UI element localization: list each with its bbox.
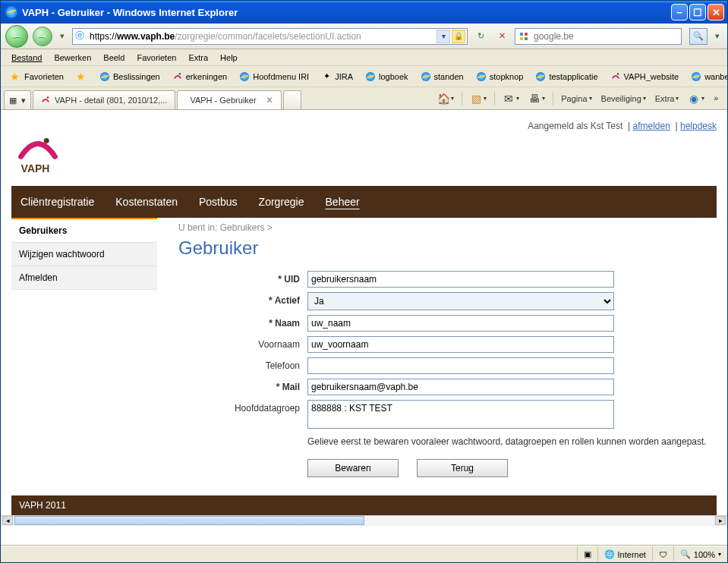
breadcrumb: U bent in: Gebruikers >	[178, 222, 717, 233]
logout-link[interactable]: afmelden	[632, 121, 670, 131]
quick-tabs-button[interactable]: ▦ ▾	[4, 90, 31, 109]
uid-field[interactable]	[307, 271, 614, 288]
telefoon-field[interactable]	[307, 357, 614, 374]
print-button[interactable]: 🖶▾	[525, 91, 548, 106]
search-input[interactable]	[532, 30, 681, 42]
link-testapplicatie[interactable]: testapplicatie	[531, 70, 602, 83]
star-icon: ★	[10, 71, 20, 83]
scroll-thumb[interactable]	[14, 516, 364, 525]
print-icon: 🖶	[528, 93, 540, 105]
scroll-left-icon[interactable]: ◂	[2, 516, 13, 525]
label-actief: * Actief	[178, 292, 307, 306]
menu-bestand[interactable]: Bestand	[5, 52, 48, 64]
link-hoofdmenu-iri[interactable]: Hoofdmenu IRI	[235, 70, 314, 83]
label-voornaam: Voornaam	[178, 336, 307, 350]
vaph-icon	[41, 96, 50, 105]
status-message	[1, 546, 577, 562]
link-add-folder[interactable]: ★	[71, 69, 92, 84]
address-text: https://www.vaph.be/zorgregie/common/fac…	[87, 31, 436, 42]
main-nav: Cliëntregistratie Kostenstaten Postbus Z…	[11, 186, 717, 218]
menu-help[interactable]: Help	[214, 52, 244, 64]
tab-gebruiker[interactable]: VAPH - Gebruiker ✕	[177, 90, 281, 109]
forward-button[interactable]: →	[33, 27, 52, 46]
protected-mode-icon[interactable]: 🛡	[652, 546, 673, 562]
save-button[interactable]: Bewaren	[307, 459, 399, 477]
side-nav: Gebruikers Wijzigen wachtwoord Afmelden	[11, 218, 157, 290]
mail-button[interactable]: ✉▾	[500, 91, 522, 106]
actief-select[interactable]: Ja	[307, 292, 614, 310]
search-box[interactable]	[515, 28, 682, 45]
lock-icon[interactable]: 🔒	[452, 30, 465, 43]
ie-icon	[5, 6, 17, 18]
svg-point-2	[47, 96, 49, 98]
status-zone[interactable]: 🌐 Internet	[597, 546, 652, 562]
close-icon[interactable]: ✕	[266, 95, 273, 105]
link-vaph-website[interactable]: VAPH_website	[606, 70, 684, 83]
favorites-label: Favorieten	[24, 72, 64, 81]
help-button[interactable]: ◉▾	[685, 91, 708, 106]
extra-menu[interactable]: Extra ▾	[652, 93, 682, 105]
link-standen[interactable]: standen	[416, 70, 468, 83]
voornaam-field[interactable]	[307, 336, 614, 353]
page-icon: ⓔ	[73, 30, 87, 42]
menu-beeld[interactable]: Beeld	[97, 52, 131, 64]
help-icon: ◉	[688, 93, 700, 105]
back-button[interactable]: ←	[5, 25, 28, 48]
search-button[interactable]: 🔍	[689, 28, 708, 45]
nav-history-dropdown[interactable]: ▾	[57, 28, 68, 45]
link-wanbetalers[interactable]: wanbetalers	[686, 70, 727, 83]
link-jira[interactable]: ✦JIRA	[317, 70, 358, 83]
horizontal-scrollbar[interactable]: ◂ ▸	[1, 515, 727, 526]
sidebar-item-afmelden[interactable]: Afmelden	[11, 266, 157, 290]
menu-extra[interactable]: Extra	[182, 52, 214, 64]
jira-icon: ✦	[321, 71, 332, 82]
menu-favorieten[interactable]: Favorieten	[131, 52, 182, 64]
address-bar[interactable]: ⓔ https://www.vaph.be/zorgregie/common/f…	[72, 28, 468, 45]
scroll-right-icon[interactable]: ▸	[715, 516, 726, 525]
new-tab-button[interactable]	[283, 90, 301, 109]
refresh-button[interactable]: ↻	[472, 28, 489, 45]
mail-field[interactable]	[307, 379, 614, 395]
sidebar-item-gebruikers[interactable]: Gebruikers	[11, 218, 157, 243]
nav-postbus[interactable]: Postbus	[199, 196, 238, 208]
nav-zorgregie[interactable]: Zorgregie	[259, 196, 304, 208]
link-stopknop[interactable]: stopknop	[471, 70, 528, 83]
menu-bewerken[interactable]: Bewerken	[48, 52, 97, 64]
home-button[interactable]: 🏠▾	[434, 91, 457, 106]
search-dropdown[interactable]: ▾	[712, 28, 723, 45]
svg-text:VAPH: VAPH	[21, 162, 50, 175]
favorites-button[interactable]: ★ Favorieten	[5, 69, 68, 84]
security-menu[interactable]: Beveiliging ▾	[598, 93, 649, 105]
tab-detail[interactable]: VAPH - detail (801, 2010/12,...	[33, 90, 175, 109]
link-logboek[interactable]: logboek	[361, 70, 413, 83]
vaph-logo: VAPH	[11, 134, 717, 178]
minimize-button[interactable]: −	[671, 4, 688, 20]
label-hoofddatagroep: Hoofddatagroep	[178, 400, 307, 414]
titlebar: VAPH - Gebruiker - Windows Internet Expl…	[1, 1, 727, 24]
globe-icon: 🌐	[604, 549, 615, 559]
cmd-overflow[interactable]: »	[711, 94, 721, 102]
sidebar-item-wijzigen-wachtwoord[interactable]: Wijzigen wachtwoord	[11, 243, 157, 266]
nav-clientregistratie[interactable]: Cliëntregistratie	[20, 196, 94, 208]
address-dropdown-icon[interactable]: ▾	[436, 30, 450, 43]
links-bar: ★ Favorieten ★ Beslissingen erkeningen H…	[1, 66, 727, 87]
label-uid: * UID	[178, 271, 307, 285]
naam-field[interactable]	[307, 315, 614, 332]
helpdesk-link[interactable]: helpdesk	[680, 121, 717, 131]
zoom-control[interactable]: 🔍 100% ▾	[673, 546, 727, 562]
link-erkeningen[interactable]: erkeningen	[168, 70, 232, 83]
nav-kostenstaten[interactable]: Kostenstaten	[115, 196, 178, 208]
stop-button[interactable]: ✕	[493, 28, 510, 45]
statusbar: ▣ 🌐 Internet 🛡 🔍 100% ▾	[1, 546, 727, 562]
link-beslissingen[interactable]: Beslissingen	[95, 70, 165, 83]
hoofddatagroep-field[interactable]	[307, 400, 614, 429]
page-menu[interactable]: Pagina ▾	[558, 93, 594, 105]
status-popup-icon[interactable]: ▣	[577, 546, 597, 562]
window-close-button[interactable]: ✕	[708, 4, 724, 20]
maximize-button[interactable]: ☐	[689, 4, 706, 20]
home-icon: 🏠	[437, 93, 449, 105]
command-bar: 🏠▾ ▧▾ ✉▾ 🖶▾ Pagina ▾ Beveiliging ▾ Extra…	[434, 87, 724, 109]
feeds-button[interactable]: ▧▾	[467, 91, 490, 106]
back-button-form[interactable]: Terug	[417, 459, 508, 477]
nav-beheer[interactable]: Beheer	[326, 196, 360, 208]
